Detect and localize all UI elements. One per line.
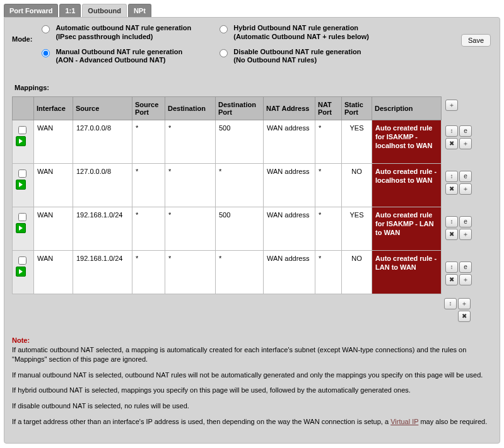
cell-dest-port: * (216, 251, 264, 294)
cell-interface: WAN (34, 120, 73, 164)
add-after-row-icon[interactable]: ＋ (459, 138, 472, 149)
delete-row-icon[interactable]: ✖ (445, 229, 458, 240)
row-select-cell (13, 251, 34, 294)
delete-row-icon[interactable]: ✖ (445, 274, 458, 285)
delete-row-icon[interactable]: ✖ (445, 183, 458, 195)
add-rule-bottom-icon[interactable]: ＋ (458, 298, 471, 309)
add-after-row-icon[interactable]: ＋ (459, 229, 472, 240)
tab-1-1[interactable]: 1:1 (59, 4, 81, 17)
mappings-title: Mappings: (15, 84, 492, 91)
cell-destination: * (165, 120, 216, 164)
cell-nat-addr: WAN address (264, 207, 315, 251)
enabled-icon[interactable] (16, 136, 26, 146)
move-row-icon[interactable]: ↕ (445, 261, 458, 273)
virtual-ip-link[interactable]: Virtual IP (390, 418, 418, 425)
add-after-row-icon[interactable]: ＋ (459, 183, 472, 195)
row-checkbox[interactable] (18, 126, 26, 134)
mode-option-disable[interactable]: Disable Outbound NAT rule generation (No… (216, 48, 369, 66)
cell-destination: * (165, 251, 216, 294)
cell-description: Auto created rule - LAN to WAN (372, 251, 442, 294)
mode-option-manual[interactable]: Manual Outbound NAT rule generation (AON… (38, 48, 191, 66)
move-row-icon[interactable]: ↕ (445, 216, 458, 227)
note-p2: If manual outbound NAT is selected, outb… (12, 370, 492, 380)
cell-source: 192.168.1.0/24 (73, 251, 132, 294)
cell-interface: WAN (34, 251, 73, 294)
cell-source-port: * (132, 251, 165, 294)
cell-description: Auto created rule - localhost to WAN (372, 164, 442, 207)
move-selected-icon[interactable]: ↕ (444, 298, 457, 309)
cell-static-port: NO (342, 251, 372, 294)
table-row: WAN127.0.0.0/8***WAN address*NOAuto crea… (13, 164, 442, 207)
add-after-row-icon[interactable]: ＋ (459, 274, 472, 285)
cell-source-port: * (132, 207, 165, 251)
mode-radio-disable[interactable] (220, 49, 228, 57)
row-select-cell (13, 120, 34, 164)
mode-automatic-line2: (IPsec passthrough included) (56, 33, 191, 42)
enabled-icon[interactable] (16, 180, 26, 190)
tab-outbound[interactable]: Outbound (82, 4, 127, 17)
cell-nat-port: * (315, 120, 342, 164)
mode-automatic-line1: Automatic outbound NAT rule generation (56, 24, 191, 33)
cell-nat-addr: WAN address (264, 120, 315, 164)
cell-interface: WAN (34, 207, 73, 251)
cell-static-port: YES (342, 207, 372, 251)
cell-source: 127.0.0.0/8 (73, 120, 132, 164)
tab-port-forward[interactable]: Port Forward (4, 4, 58, 17)
mode-disable-line2: (No Outbound NAT rules) (233, 56, 361, 65)
table-row: WAN192.168.1.0/24***WAN address*NOAuto c… (13, 251, 442, 294)
cell-dest-port: * (216, 164, 264, 207)
move-row-icon[interactable]: ↕ (445, 171, 458, 182)
mode-manual-line1: Manual Outbound NAT rule generation (56, 48, 182, 57)
col-source: Source (73, 97, 132, 120)
delete-selected-icon[interactable]: ✖ (458, 311, 471, 322)
cell-destination: * (165, 164, 216, 207)
mode-radio-hybrid[interactable] (220, 25, 228, 33)
edit-row-icon[interactable]: e (459, 216, 472, 227)
edit-row-icon[interactable]: e (459, 261, 472, 273)
cell-source-port: * (132, 120, 165, 164)
add-rule-top-icon[interactable]: ＋ (445, 100, 458, 111)
cell-destination: * (165, 207, 216, 251)
col-dest-port: Destination Port (216, 97, 264, 120)
cell-dest-port: 500 (216, 120, 264, 164)
mode-label: Mode: (12, 24, 32, 43)
enabled-icon[interactable] (16, 267, 26, 277)
cell-source-port: * (132, 164, 165, 207)
move-row-icon[interactable]: ↕ (445, 125, 458, 137)
mode-radio-manual[interactable] (42, 49, 50, 57)
col-select (13, 97, 34, 120)
note-p3: If hybrid outbound NAT is selected, mapp… (12, 386, 492, 395)
row-checkbox[interactable] (18, 213, 26, 221)
cell-nat-port: * (315, 251, 342, 294)
note-p5: If a target address other than an interf… (12, 417, 492, 427)
cell-interface: WAN (34, 164, 73, 207)
row-checkbox[interactable] (18, 169, 26, 178)
delete-row-icon[interactable]: ✖ (445, 138, 458, 149)
cell-description: Auto created rule for ISAKMP - localhost… (372, 120, 442, 164)
enabled-icon[interactable] (16, 223, 26, 233)
mode-hybrid-line1: Hybrid Outbound NAT rule generation (233, 24, 369, 33)
mode-option-automatic[interactable]: Automatic outbound NAT rule generation (… (38, 24, 191, 42)
save-button[interactable]: Save (461, 34, 491, 47)
cell-static-port: NO (342, 164, 372, 207)
row-checkbox[interactable] (18, 256, 26, 265)
table-header-row: Interface Source Source Port Destination… (13, 97, 442, 120)
mode-hybrid-line2: (Automatic Outbound NAT + rules below) (233, 33, 369, 42)
mode-option-hybrid[interactable]: Hybrid Outbound NAT rule generation (Aut… (216, 24, 369, 42)
cell-nat-addr: WAN address (264, 164, 315, 207)
mode-disable-line1: Disable Outbound NAT rule generation (233, 48, 361, 57)
col-nat-port: NAT Port (315, 97, 342, 120)
mode-manual-line2: (AON - Advanced Outbound NAT) (56, 56, 182, 65)
edit-row-icon[interactable]: e (459, 125, 472, 137)
cell-nat-port: * (315, 164, 342, 207)
mode-selector: Mode: Automatic outbound NAT rule genera… (12, 24, 492, 65)
tab-npt[interactable]: NPt (128, 4, 151, 17)
edit-row-icon[interactable]: e (459, 171, 472, 182)
note-p4: If disable outbound NAT is selected, no … (12, 401, 492, 411)
cell-source: 127.0.0.0/8 (73, 164, 132, 207)
note-header: Note: (12, 336, 30, 344)
cell-nat-port: * (315, 207, 342, 251)
cell-description: Auto created rule for ISAKMP - LAN to WA… (372, 207, 442, 251)
mode-radio-automatic[interactable] (42, 25, 50, 33)
cell-dest-port: 500 (216, 207, 264, 251)
